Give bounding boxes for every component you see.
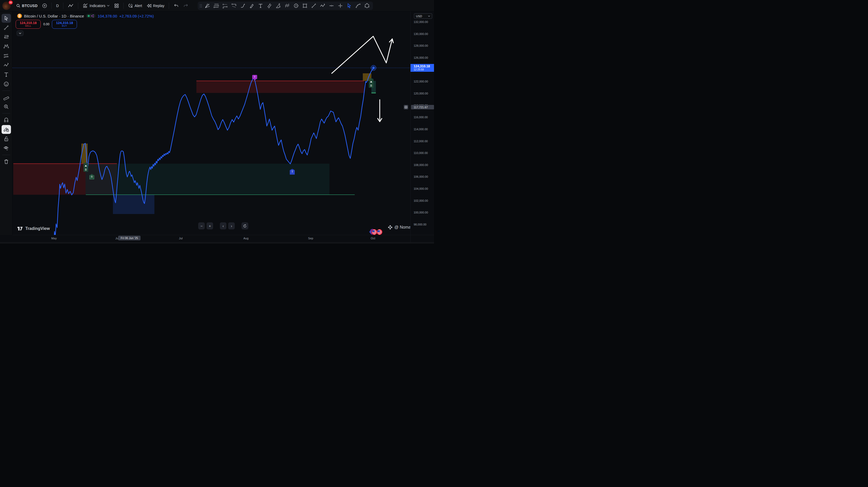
countdown-timer: 12:25:59	[414, 68, 434, 71]
time-tick-Oct: Oct	[371, 237, 375, 240]
currency-selector[interactable]: USD	[414, 13, 432, 19]
sidebar-text-tool[interactable]	[2, 70, 11, 79]
btc-icon: ₿	[17, 13, 22, 18]
indicators-button[interactable]: Indicators	[80, 2, 112, 10]
sidebar-magnet-tool[interactable]	[2, 116, 11, 124]
sparkle-sticker: ✦	[369, 230, 371, 234]
chart-type-button[interactable]	[65, 2, 76, 10]
sidebar-hide-drawings-tool[interactable]	[2, 144, 11, 153]
us-flag-icon	[377, 229, 382, 235]
parallel-lines-icon[interactable]	[265, 2, 274, 9]
sidebar-elliott-wave-tool[interactable]	[2, 61, 11, 70]
horizontal-ray-icon[interactable]	[221, 2, 229, 9]
sell-label: SELL	[25, 25, 31, 27]
chart-nav-controls: − + ‹ ›	[198, 222, 248, 229]
sidebar-emoji-tool[interactable]	[2, 80, 11, 88]
sidebar-parallel-channel-tool[interactable]	[2, 51, 11, 60]
tradingview-logo[interactable]: TradingView	[17, 226, 50, 231]
horizontal-line-icon[interactable]	[327, 2, 336, 9]
symbol-description[interactable]: Bitcoin / U.S. Dollar · 1D · Binance	[24, 14, 84, 18]
replay-icon	[147, 4, 152, 7]
sidebar-divider	[2, 155, 10, 155]
sidebar-cursor-tool[interactable]	[2, 14, 11, 23]
undo-button[interactable]	[171, 2, 181, 10]
interval-button[interactable]: D	[54, 2, 61, 10]
layout-grid-button[interactable]	[112, 2, 121, 10]
scroll-right-button[interactable]: ›	[228, 222, 235, 229]
price-tick: 130,000.00	[414, 32, 428, 35]
search-icon	[16, 4, 20, 8]
scroll-left-button[interactable]: ‹	[220, 222, 226, 229]
buy-button[interactable]: 124,310.18 BUY	[52, 20, 77, 29]
chart-marker-B[interactable]: B	[369, 78, 373, 88]
replay-button[interactable]: Replay	[145, 2, 167, 10]
info-line-icon[interactable]	[229, 2, 238, 9]
sidebar-divider	[2, 113, 10, 114]
bars-pattern-icon[interactable]	[283, 2, 291, 9]
plus-circle-icon	[42, 3, 47, 8]
buy-price: 124,310.18	[56, 21, 73, 25]
price-tick: 132,000.00	[414, 20, 428, 24]
redo-button[interactable]	[181, 2, 191, 10]
indicators-icon	[83, 3, 88, 8]
price-tick: 122,000.00	[414, 80, 428, 83]
sidebar-unlock-tool[interactable]	[2, 135, 11, 143]
sidebar-xabcd-pattern-tool[interactable]	[2, 42, 11, 51]
sell-button[interactable]: 124,310.18 SELL	[16, 20, 41, 29]
alert-label: Alert	[134, 4, 142, 8]
sidebar-trend-line-tool[interactable]	[2, 23, 11, 32]
chart-marker-B[interactable]: B	[84, 162, 88, 172]
binance-diamond-icon	[388, 225, 393, 230]
price-axis[interactable]: USD 132,000.00130,000.00128,000.00126,00…	[410, 11, 434, 235]
user-avatar[interactable]: 11	[2, 2, 11, 10]
marker-pen-icon[interactable]	[247, 2, 256, 9]
curve-tool-icon[interactable]	[354, 2, 363, 9]
sidebar-ruler-tool[interactable]	[2, 93, 11, 102]
chart-marker-T[interactable]: T	[252, 75, 257, 79]
line-chart-icon	[68, 3, 73, 8]
cross-line-icon[interactable]	[336, 2, 345, 9]
compare-add-button[interactable]	[40, 2, 49, 10]
symbol-info-row: ₿ Bitcoin / U.S. Dollar · 1D · Binance 1…	[17, 13, 154, 18]
toolbar-divider	[169, 3, 169, 9]
text-tool-icon[interactable]	[256, 2, 265, 9]
share-icon	[91, 15, 94, 18]
fib-retracement-icon[interactable]	[212, 2, 221, 9]
notification-badge: 11	[9, 1, 13, 4]
reset-chart-button[interactable]	[242, 222, 248, 229]
drawing-sidebar	[0, 11, 12, 235]
price-tick: 106,000.00	[414, 175, 428, 178]
alert-button[interactable]: Alert	[126, 2, 145, 10]
market-status-pill[interactable]	[86, 14, 95, 18]
time-axis[interactable]: MayJunJulAugSepOct Fri 06 Jun '25	[12, 235, 410, 242]
rectangle-tool-icon[interactable]	[301, 2, 309, 9]
add-alert-plus-icon[interactable]	[404, 105, 408, 109]
circle-tool-icon[interactable]	[291, 2, 301, 9]
trend-line-icon[interactable]	[309, 2, 318, 9]
zigzag-arrow-icon[interactable]	[318, 2, 327, 9]
zoom-in-button[interactable]: +	[207, 222, 213, 229]
sidebar-remove-drawings-tool[interactable]	[2, 157, 11, 166]
sidebar-fib-tool[interactable]	[2, 33, 11, 41]
sidebar-zoom-in-tool[interactable]	[2, 102, 11, 111]
sidebar-lock-drawings-tool[interactable]	[2, 125, 11, 134]
last-price: 104,378.00	[97, 14, 117, 18]
alert-clock-icon	[128, 3, 133, 8]
symbol-search-button[interactable]: BTCUSD	[14, 2, 40, 10]
price-chart-canvas	[12, 11, 410, 235]
toolbar-drag-handle[interactable]	[200, 4, 202, 7]
toolbar-divider	[63, 3, 63, 9]
cursor-tool-icon[interactable]	[345, 2, 354, 9]
trade-panel-expand-button[interactable]	[17, 31, 24, 36]
chart-pane[interactable]: ₿ Bitcoin / U.S. Dollar · 1D · Binance 1…	[12, 11, 410, 235]
zoom-out-button[interactable]: −	[198, 222, 205, 229]
price-tick: 120,000.00	[414, 92, 428, 95]
triangle-pattern-icon[interactable]	[274, 2, 283, 9]
trend-angle-icon[interactable]	[203, 2, 212, 9]
indicators-label: Indicators	[89, 4, 105, 8]
us-flag-icon	[371, 229, 377, 235]
price-tick: 126,000.00	[414, 56, 428, 59]
time-tick-Aug: Aug	[243, 237, 249, 240]
brush-icon[interactable]	[238, 2, 247, 9]
polygon-tool-icon[interactable]	[363, 2, 371, 9]
